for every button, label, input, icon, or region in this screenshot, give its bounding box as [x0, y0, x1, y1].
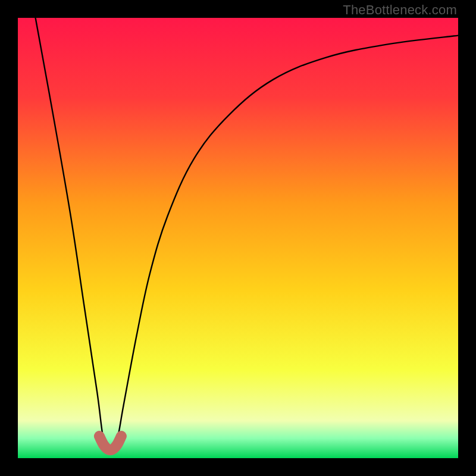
watermark-text: TheBottleneck.com: [343, 2, 457, 18]
chart-frame: TheBottleneck.com: [0, 0, 476, 476]
curve-layer: [18, 18, 458, 458]
bottleneck-curve: [36, 18, 458, 449]
plot-area: [18, 18, 458, 458]
dip-region-marker: [99, 436, 121, 450]
